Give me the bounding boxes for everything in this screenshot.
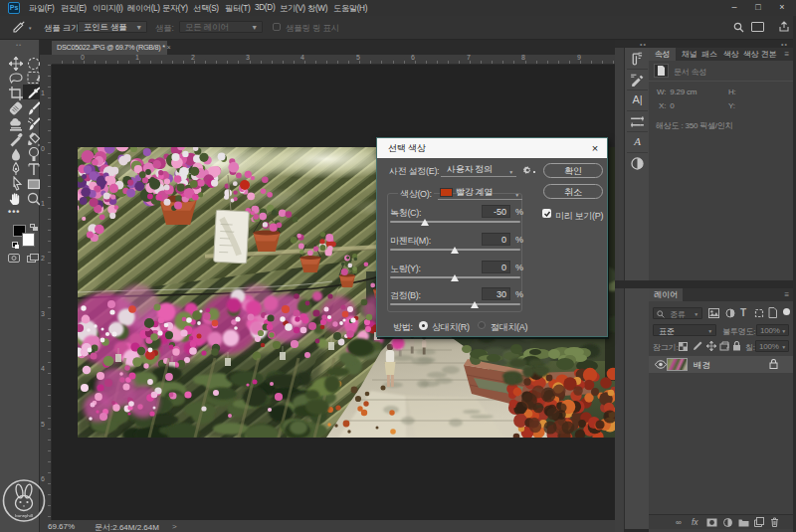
svg-text:bunnyhill: bunnyhill (15, 513, 32, 518)
